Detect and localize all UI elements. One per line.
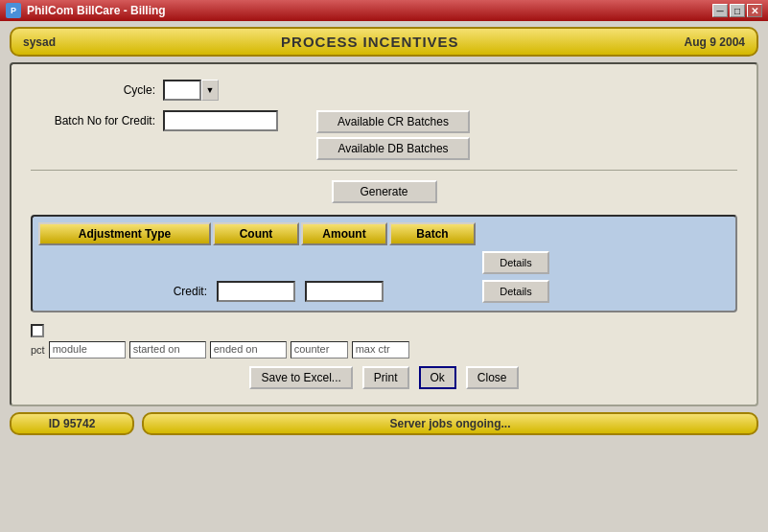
batch-label: Batch No for Credit: (31, 114, 155, 127)
window-title: PhilCom BillCare - Billing (27, 4, 166, 17)
app-icon-label: P (11, 6, 16, 15)
batch-row: Batch No for Credit: (31, 110, 278, 131)
credit-count-input[interactable] (217, 281, 295, 302)
table-row-credit: Credit: Details (38, 278, 730, 305)
maxctr-field: max ctr (352, 341, 409, 359)
avail-db-button[interactable]: Available DB Batches (316, 137, 470, 160)
table-row-1: Details (38, 249, 730, 276)
minimize-button[interactable]: ─ (712, 4, 728, 17)
cycle-label: Cycle: (31, 83, 155, 97)
available-buttons: Available CR Batches Available DB Batche… (316, 110, 470, 160)
header-user: sysad (23, 35, 56, 49)
details-button-2[interactable]: Details (482, 280, 549, 303)
generate-button[interactable]: Generate (332, 180, 437, 203)
table-body: Details Credit: Details (38, 249, 730, 305)
title-bar-controls: ─ □ ✕ (712, 4, 762, 17)
print-button[interactable]: Print (362, 366, 409, 389)
credit-amount-input[interactable] (305, 281, 384, 302)
pct-label: pct (31, 344, 45, 356)
separator-1 (31, 170, 737, 171)
avail-cr-button[interactable]: Available CR Batches (316, 110, 470, 133)
col-header-details (477, 222, 554, 245)
generate-row: Generate (31, 180, 737, 203)
cycle-row: Cycle: ▼ (31, 80, 737, 101)
credit-count-cell (213, 279, 299, 304)
ok-button[interactable]: Ok (419, 366, 456, 389)
started-field: started on (129, 341, 206, 359)
maximize-button[interactable]: □ (730, 4, 745, 17)
progress-top (31, 324, 737, 337)
row1-amount (301, 261, 387, 265)
status-message: Server jobs ongoing... (142, 412, 758, 435)
credit-batch-cell (389, 289, 476, 293)
close-window-button[interactable]: ✕ (747, 4, 762, 17)
header-title: PROCESS INCENTIVES (281, 34, 459, 50)
table-header-row: Adjustment Type Count Amount Batch (38, 222, 730, 245)
progress-checkbox[interactable] (31, 324, 44, 337)
counter-field: counter (291, 341, 348, 359)
row1-count (213, 261, 299, 265)
progress-bottom: pct module started on ended on counter m… (31, 341, 737, 359)
action-row: Save to Excel... Print Ok Close (31, 366, 737, 389)
status-id: ID 95742 (10, 412, 134, 435)
col-header-count: Count (213, 222, 299, 245)
col-header-amount: Amount (301, 222, 387, 245)
batch-left: Batch No for Credit: (31, 110, 278, 141)
incentives-table: Adjustment Type Count Amount Batch Detai… (31, 215, 737, 312)
status-bar: ID 95742 Server jobs ongoing... (10, 412, 758, 435)
row1-batch (389, 261, 476, 265)
header-date: Aug 9 2004 (685, 35, 745, 49)
module-field: module (49, 341, 126, 359)
credit-label: Credit: (38, 283, 211, 300)
col-header-adj: Adjustment Type (38, 222, 211, 245)
col-header-batch: Batch (389, 222, 476, 245)
title-bar: P PhilCom BillCare - Billing ─ □ ✕ (0, 0, 768, 21)
credit-amount-cell (301, 279, 387, 304)
batch-input[interactable] (163, 110, 278, 131)
row1-adj (38, 261, 211, 265)
batch-section: Batch No for Credit: Available CR Batche… (31, 110, 737, 160)
ended-field: ended on (210, 341, 287, 359)
cycle-dropdown-button[interactable]: ▼ (201, 80, 219, 101)
progress-section: pct module started on ended on counter m… (31, 324, 737, 359)
app-icon: P (6, 3, 21, 18)
cycle-input[interactable] (163, 80, 201, 101)
header-banner: sysad PROCESS INCENTIVES Aug 9 2004 (10, 27, 758, 57)
title-bar-left: P PhilCom BillCare - Billing (6, 3, 166, 18)
details-button-1[interactable]: Details (482, 251, 549, 274)
save-excel-button[interactable]: Save to Excel... (249, 366, 352, 389)
main-area: Cycle: ▼ Batch No for Credit: Available … (10, 62, 758, 406)
close-button[interactable]: Close (466, 366, 519, 389)
